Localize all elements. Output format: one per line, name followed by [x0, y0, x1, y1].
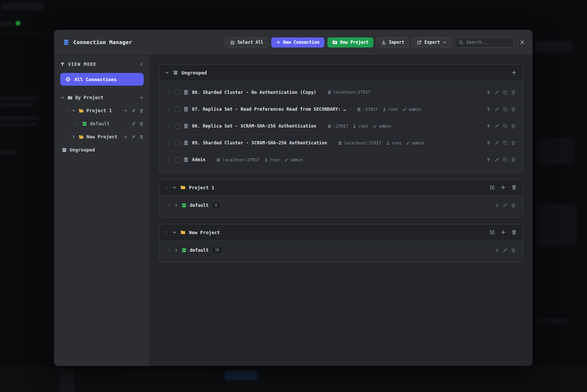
connect-button[interactable]: [486, 123, 491, 129]
connect-button[interactable]: [486, 107, 491, 112]
sidebar-item-new-project[interactable]: New Project: [60, 130, 144, 143]
edit-connection-button[interactable]: [494, 123, 499, 129]
rename-project-button[interactable]: [490, 185, 495, 190]
delete-group-button[interactable]: [139, 122, 144, 126]
sidebar-item-by-project[interactable]: By Project: [60, 91, 144, 104]
add-connection-to-project-button[interactable]: [123, 108, 128, 113]
export-button[interactable]: Export: [412, 37, 452, 48]
edit-project-button[interactable]: [131, 135, 136, 139]
add-connection-button[interactable]: [501, 230, 506, 235]
chevron-down-icon[interactable]: [165, 70, 169, 75]
database-icon: [183, 123, 189, 129]
edit-group-button[interactable]: [131, 122, 136, 126]
connection-checkbox[interactable]: [174, 89, 180, 95]
rename-project-button[interactable]: [490, 230, 495, 235]
delete-connection-button[interactable]: [511, 107, 516, 112]
delete-connection-button[interactable]: [511, 140, 516, 146]
delete-project-button[interactable]: [139, 108, 144, 113]
drag-handle-icon[interactable]: [167, 90, 171, 94]
drag-handle-icon[interactable]: [167, 141, 171, 145]
select-all-button[interactable]: Select All: [225, 37, 268, 48]
separator-dot: ·: [320, 90, 323, 95]
connection-checkbox[interactable]: [174, 140, 180, 146]
edit-connection-button[interactable]: [494, 90, 499, 95]
delete-group-button[interactable]: [511, 203, 516, 208]
connection-row[interactable]: Admin · localhost:27017 root: [159, 151, 523, 168]
duplicate-connection-button[interactable]: [502, 140, 508, 146]
add-connection-button[interactable]: [511, 70, 517, 75]
add-connection-button[interactable]: [494, 248, 499, 253]
pencil-icon: [494, 140, 499, 146]
drag-handle-icon[interactable]: [167, 124, 171, 128]
connection-row[interactable]: 07. Replica Set - Read Preferences Read …: [159, 101, 523, 117]
drag-handle-icon[interactable]: [75, 122, 79, 126]
group-row-default[interactable]: default 8: [159, 197, 523, 214]
add-project-button[interactable]: [139, 95, 144, 100]
group-row-default[interactable]: default 36: [159, 242, 523, 258]
chevron-down-icon[interactable]: [172, 185, 177, 190]
project-1-label: Project 1: [86, 108, 112, 113]
section-ungrouped-header[interactable]: Ungrouped: [159, 65, 523, 81]
delete-project-button[interactable]: [139, 135, 144, 139]
connect-button[interactable]: [486, 157, 491, 162]
close-button[interactable]: [520, 40, 525, 45]
section-new-project-header[interactable]: New Project: [159, 224, 523, 241]
new-project-label: New Project: [340, 40, 369, 45]
search-input[interactable]: [466, 40, 510, 45]
section-project-1-header[interactable]: Project 1: [159, 180, 523, 196]
drag-handle-icon[interactable]: [165, 186, 169, 190]
new-connection-button[interactable]: New Connection: [271, 37, 324, 48]
chevron-right-icon[interactable]: [71, 135, 76, 139]
sidebar-item-all-connections[interactable]: All Connections: [60, 73, 144, 86]
new-project-button[interactable]: New Project: [327, 37, 373, 48]
delete-connection-button[interactable]: [511, 157, 516, 162]
drag-handle-icon[interactable]: [165, 230, 169, 235]
duplicate-connection-button[interactable]: [502, 90, 508, 95]
connection-checkbox[interactable]: [174, 123, 180, 129]
connection-row[interactable]: 09. Sharded Cluster - SCRAM-SHA-256 Auth…: [159, 134, 523, 151]
chevron-down-icon[interactable]: [71, 108, 76, 113]
edit-connection-button[interactable]: [494, 157, 499, 162]
edit-group-button[interactable]: [502, 203, 508, 208]
chevron-right-icon[interactable]: [174, 248, 178, 252]
connection-checkbox[interactable]: [174, 157, 180, 163]
connection-row[interactable]: 06. Replica Set - SCRAM-SHA-256 Authenti…: [159, 117, 523, 134]
project-tree: By Project: [60, 91, 144, 156]
duplicate-connection-button[interactable]: [502, 107, 508, 112]
delete-connection-button[interactable]: [511, 123, 516, 129]
add-connection-button[interactable]: [501, 185, 506, 190]
import-button[interactable]: Import: [376, 37, 409, 48]
edit-group-button[interactable]: [502, 248, 508, 253]
add-connection-button[interactable]: [494, 203, 499, 208]
drag-handle-icon[interactable]: [167, 158, 171, 162]
connection-row[interactable]: 08. Sharded Cluster - No Authentication …: [159, 84, 523, 101]
sidebar-item-project-1-default[interactable]: default: [60, 117, 144, 130]
connect-button[interactable]: [486, 140, 491, 146]
edit-project-button[interactable]: [131, 108, 136, 113]
drag-handle-icon[interactable]: [167, 248, 171, 252]
delete-project-button[interactable]: [511, 230, 517, 235]
duplicate-connection-button[interactable]: [502, 157, 508, 162]
connection-checkbox[interactable]: [174, 107, 180, 112]
drag-handle-icon[interactable]: [167, 107, 171, 111]
connect-button[interactable]: [486, 90, 491, 95]
chevron-right-icon[interactable]: [174, 203, 178, 208]
chevron-down-icon[interactable]: [172, 230, 177, 235]
delete-project-button[interactable]: [511, 185, 517, 190]
delete-connection-button[interactable]: [511, 90, 516, 95]
sidebar-item-ungrouped[interactable]: Ungrouped: [60, 143, 144, 156]
edit-connection-button[interactable]: [494, 107, 499, 112]
drag-handle-icon[interactable]: [65, 135, 69, 139]
trash-icon: [139, 135, 144, 139]
sidebar-item-project-1[interactable]: Project 1: [60, 104, 144, 117]
drag-handle-icon[interactable]: [167, 203, 171, 208]
drag-handle-icon[interactable]: [65, 108, 69, 113]
separator-dot: ·: [320, 123, 323, 129]
database-icon: [181, 203, 187, 208]
delete-group-button[interactable]: [511, 248, 516, 253]
chevron-down-icon: [60, 95, 65, 100]
sidebar-collapse-button[interactable]: [139, 62, 144, 67]
duplicate-connection-button[interactable]: [502, 123, 508, 129]
add-connection-to-project-button[interactable]: [123, 135, 128, 139]
edit-connection-button[interactable]: [494, 140, 499, 146]
